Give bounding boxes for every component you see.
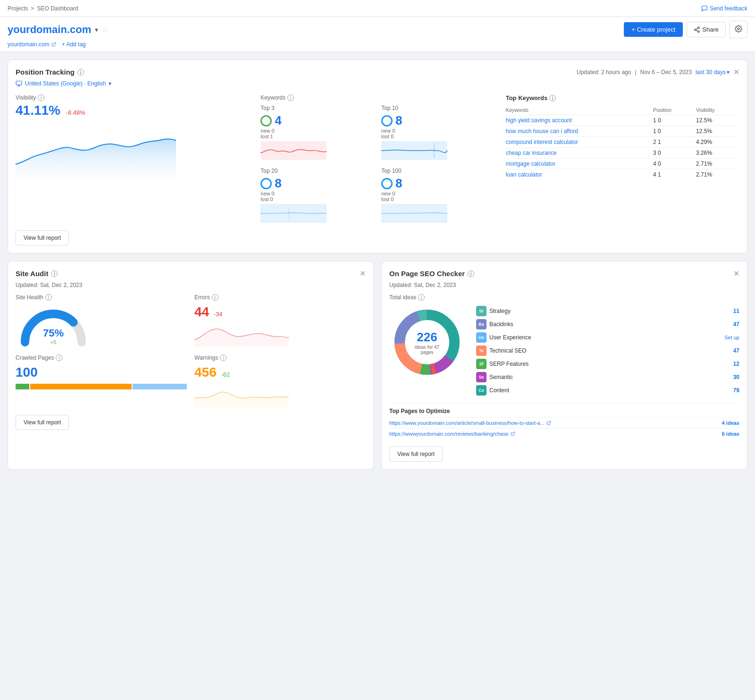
keyword-name[interactable]: cheap car insurance <box>506 148 653 159</box>
page-ideas-count[interactable]: 4 ideas <box>722 420 739 426</box>
keyword-name[interactable]: high yield savings account <box>506 115 653 126</box>
location-chevron-icon: ▾ <box>109 80 111 87</box>
position-tracking-title: Position Tracking i <box>16 68 84 76</box>
domain-heading[interactable]: yourdomain.com <box>8 24 91 36</box>
header: yourdomain.com ▾ ☆ + Create project Shar… <box>0 17 755 52</box>
location-bar[interactable]: United States (Google) · English ▾ <box>16 80 739 87</box>
table-row: cheap car insurance 3 0 3.26% <box>506 148 739 159</box>
crawled-pages-label: Crawled Pages <box>16 354 54 361</box>
site-audit-title: Site Audit i <box>16 270 58 278</box>
idea-badge: Ba <box>476 319 487 329</box>
list-item: https://www.yourdomain.com/article/small… <box>389 417 739 428</box>
kw10-circle-icon <box>381 115 393 127</box>
on-page-seo-close-button[interactable]: ✕ <box>733 269 739 278</box>
idea-badge: Ux <box>476 332 487 343</box>
position-tracking-close-button[interactable]: ✕ <box>733 67 739 76</box>
keywords-info-icon[interactable]: i <box>287 94 294 101</box>
share-label: Share <box>702 26 719 33</box>
errors-info-icon[interactable]: i <box>212 294 218 301</box>
breadcrumb-projects[interactable]: Projects <box>8 5 28 12</box>
errors-label: Errors <box>194 294 210 301</box>
page-ideas-count[interactable]: 6 ideas <box>722 431 739 437</box>
crawled-pages-bars <box>16 384 187 389</box>
position-tracking-card: Position Tracking i Updated: 2 hours ago… <box>8 59 747 253</box>
kw100-chart <box>381 204 495 223</box>
idea-badge: Te <box>476 346 487 356</box>
site-audit-updated: Updated: Sat, Dec 2, 2023 <box>16 282 366 288</box>
donut-total-value: 226 <box>408 330 446 345</box>
add-tag-button[interactable]: + Add tag <box>62 41 86 48</box>
settings-button[interactable] <box>730 21 747 38</box>
idea-badge: Co <box>476 385 487 396</box>
domain-external-link[interactable]: yourdomain.com <box>8 41 56 48</box>
breadcrumb: Projects > SEO Dashboard <box>8 5 78 12</box>
external-link-icon <box>546 421 551 425</box>
idea-count: 47 <box>733 347 739 354</box>
site-audit-close-button[interactable]: ✕ <box>360 269 366 278</box>
domain-chevron-icon[interactable]: ▾ <box>95 26 98 34</box>
keyword-top10: Top 10 8 new 0 lost 0 <box>381 105 495 160</box>
keywords-label: Keywords <box>260 94 285 101</box>
kw100-circle-icon <box>381 178 393 189</box>
star-icon[interactable]: ☆ <box>102 25 109 34</box>
on-page-seo-title: On Page SEO Checker i <box>389 270 474 278</box>
keyword-position: 4 0 <box>653 159 696 169</box>
idea-count: 12 <box>733 361 739 367</box>
errors-change: -34 <box>214 311 223 318</box>
top-keywords-info-icon[interactable]: i <box>549 95 556 101</box>
keywords-section: Keywords i Top 3 4 new 0 lost 1 <box>260 94 494 223</box>
idea-count[interactable]: Set up <box>724 335 739 340</box>
site-audit-info-icon[interactable]: i <box>51 270 58 277</box>
idea-name: Backlinks <box>489 321 513 328</box>
donut-sub-text: ideas for 47 pages <box>408 345 446 355</box>
keyword-visibility: 3.26% <box>696 148 739 159</box>
kw3-chart <box>260 141 374 160</box>
breadcrumb-sep: > <box>31 5 34 12</box>
page-url-link[interactable]: https://wwwyourdomain.com/reviews/bankin… <box>389 431 515 437</box>
visibility-section: Visibility i 41.11% -8.48% <box>16 94 249 223</box>
col-position: Position <box>653 105 696 115</box>
keyword-name[interactable]: loan calculator <box>506 169 653 180</box>
visibility-info-icon[interactable]: i <box>38 94 44 101</box>
pb-blue <box>133 384 187 389</box>
site-audit-grid: Site Health i 75% +5 <box>16 294 366 407</box>
idea-count: 79 <box>733 387 739 394</box>
list-item: Ba Backlinks 47 <box>476 318 739 331</box>
op-grid: 226 ideas for 47 pages St Strategy 11 Ba… <box>389 304 739 397</box>
keyword-name[interactable]: how much house can i afford <box>506 126 653 137</box>
keyword-position: 1 0 <box>653 126 696 137</box>
create-project-button[interactable]: + Create project <box>624 22 683 37</box>
site-health-info-icon[interactable]: i <box>45 294 52 301</box>
visibility-change: -8.48% <box>66 109 85 116</box>
keyword-name[interactable]: compound interest calculator <box>506 137 653 148</box>
keyword-visibility: 4.29% <box>696 137 739 148</box>
site-audit-view-report-button[interactable]: View full report <box>16 415 69 430</box>
visibility-chart <box>16 122 249 178</box>
main-content: Position Tracking i Updated: 2 hours ago… <box>0 52 755 477</box>
site-health-change: +5 <box>43 339 64 345</box>
position-tracking-info-icon[interactable]: i <box>77 69 84 76</box>
share-button[interactable]: Share <box>687 22 726 37</box>
total-ideas-info-icon[interactable]: i <box>418 294 425 301</box>
idea-name: SERP Features <box>489 361 528 367</box>
keyword-position: 1 0 <box>653 115 696 126</box>
on-page-seo-view-report-button[interactable]: View full report <box>389 447 443 462</box>
on-page-seo-card: On Page SEO Checker i ✕ Updated: Sat, De… <box>381 261 747 470</box>
svg-line-6 <box>53 42 56 45</box>
date-range: Nov 6 – Dec 5, 2023 <box>640 69 692 76</box>
warnings-section: Warnings i 456 -62 <box>194 354 366 407</box>
kw3-circle-icon <box>260 115 272 127</box>
keyword-position: 3 0 <box>653 148 696 159</box>
kw100-value: 8 <box>395 176 402 191</box>
keyword-name[interactable]: mortgage calculator <box>506 159 653 169</box>
period-selector[interactable]: last 30 days ▾ <box>696 69 730 76</box>
warnings-info-icon[interactable]: i <box>220 354 226 361</box>
position-tracking-view-report-button[interactable]: View full report <box>16 230 69 245</box>
svg-line-24 <box>548 421 551 423</box>
crawled-pages-info-icon[interactable]: i <box>56 354 62 361</box>
visibility-value: 41.11% <box>16 103 60 118</box>
on-page-seo-info-icon[interactable]: i <box>468 270 474 277</box>
list-item: https://wwwyourdomain.com/reviews/bankin… <box>389 428 739 439</box>
send-feedback-link[interactable]: Send feedback <box>701 5 747 12</box>
page-url-link[interactable]: https://www.yourdomain.com/article/small… <box>389 420 551 426</box>
